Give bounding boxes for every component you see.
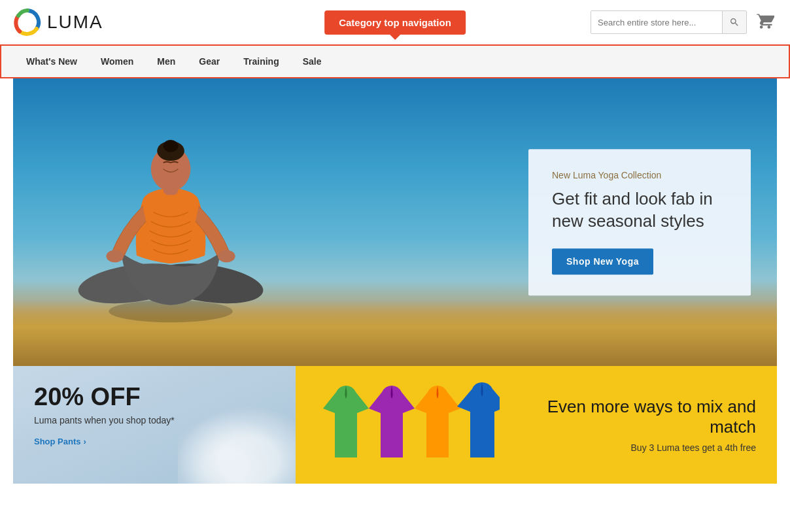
nav-item-men[interactable]: Men xyxy=(145,44,187,78)
promo-pants: 20% OFF Luma pants when you shop today* … xyxy=(13,366,296,484)
luma-logo-icon xyxy=(13,8,42,37)
header-right xyxy=(591,9,777,35)
nav-items-list: What's New Women Men Gear Training Sale xyxy=(14,44,334,78)
promo-mix-match-subtitle: Buy 3 Luma tees get a 4th free xyxy=(500,442,756,453)
svg-point-5 xyxy=(218,250,235,263)
svg-point-4 xyxy=(107,250,124,263)
nav-item-women[interactable]: Women xyxy=(89,44,145,78)
cart-icon xyxy=(756,12,774,30)
category-navigation: What's New Women Men Gear Training Sale xyxy=(0,44,790,78)
nav-item-sale[interactable]: Sale xyxy=(291,44,334,78)
search-input[interactable] xyxy=(591,11,722,33)
search-icon xyxy=(729,17,740,27)
site-header: LUMA Category top navigation xyxy=(0,0,790,44)
cart-button[interactable] xyxy=(753,9,777,35)
promo-right-text: Even more ways to mix and match Buy 3 Lu… xyxy=(500,397,756,453)
hero-info-card: New Luma Yoga Collection Get fit and loo… xyxy=(528,149,751,295)
yoga-figure xyxy=(46,91,320,327)
search-button[interactable] xyxy=(722,11,746,33)
search-box xyxy=(591,10,747,34)
logo-area[interactable]: LUMA xyxy=(13,8,103,37)
svg-point-9 xyxy=(163,140,179,152)
promo-mix-match-title: Even more ways to mix and match xyxy=(500,397,756,437)
yoga-person-icon xyxy=(46,91,320,327)
hero-cta-button[interactable]: Shop New Yoga xyxy=(552,248,653,274)
logo-text: LUMA xyxy=(47,12,103,33)
hero-subtitle: New Luma Yoga Collection xyxy=(552,170,727,180)
promo-clouds-decoration xyxy=(178,405,296,484)
tees-icon xyxy=(317,379,500,464)
nav-item-training[interactable]: Training xyxy=(232,44,290,78)
nav-item-whats-new[interactable]: What's New xyxy=(14,44,89,78)
annotation-bubble: Category top navigation xyxy=(324,10,466,35)
promo-section: 20% OFF Luma pants when you shop today* … xyxy=(13,366,777,484)
hero-title: Get fit and look fab in new seasonal sty… xyxy=(552,188,727,233)
nav-item-gear[interactable]: Gear xyxy=(187,44,232,78)
promo-tees: Even more ways to mix and match Buy 3 Lu… xyxy=(296,366,777,484)
promo-tees-decoration xyxy=(317,386,500,464)
hero-banner: New Luma Yoga Collection Get fit and loo… xyxy=(13,78,777,366)
